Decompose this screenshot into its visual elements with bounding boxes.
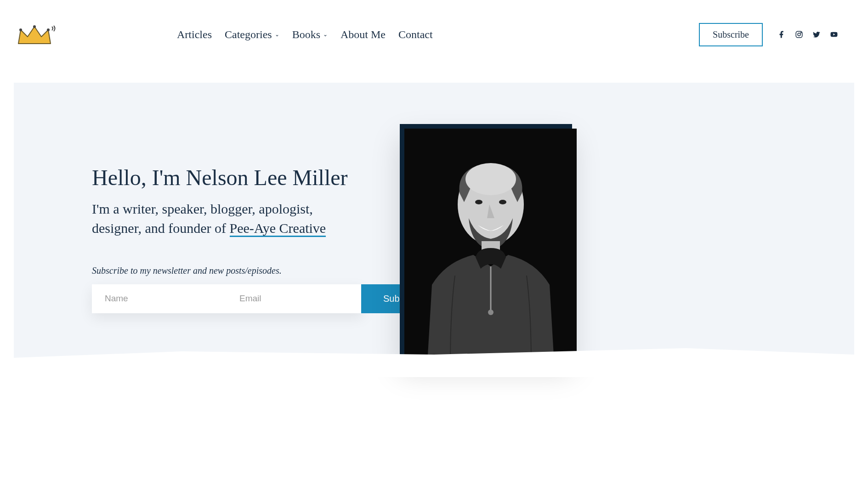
svg-point-8 [465, 163, 516, 195]
nav-label: About Me [340, 28, 386, 41]
svg-point-9 [475, 200, 482, 204]
chevron-down-icon: ⌄ [323, 31, 328, 38]
subscribe-button[interactable]: Subscribe [699, 23, 763, 46]
portrait-frame [400, 124, 572, 358]
nav-books[interactable]: Books ⌄ [292, 28, 328, 41]
hero-section: Hello, I'm Nelson Lee Miller I'm a write… [14, 83, 854, 377]
nav-articles[interactable]: Articles [177, 28, 212, 41]
svg-point-2 [47, 28, 50, 31]
nav-label: Books [292, 28, 320, 41]
newsletter-form: Subscribe [92, 284, 363, 313]
svg-point-10 [499, 200, 506, 204]
site-header: Articles Categories ⌄ Books ⌄ About Me C… [0, 0, 868, 69]
chevron-down-icon: ⌄ [275, 31, 279, 38]
portrait-image [404, 129, 577, 363]
svg-point-4 [798, 33, 800, 36]
svg-point-1 [33, 25, 36, 28]
nav-contact[interactable]: Contact [398, 28, 433, 41]
instagram-icon[interactable] [795, 30, 803, 39]
hero-section-wrap: Hello, I'm Nelson Lee Miller I'm a write… [0, 69, 868, 377]
social-links [777, 30, 838, 39]
logo[interactable] [11, 18, 57, 51]
hero-content: Hello, I'm Nelson Lee Miller I'm a write… [92, 165, 363, 313]
newsletter-label: Subscribe to my newsletter and new posts… [92, 265, 363, 276]
svg-point-12 [488, 310, 494, 315]
svg-point-5 [800, 32, 801, 33]
twitter-icon[interactable] [812, 30, 821, 39]
hero-portrait-wrap [400, 119, 572, 358]
name-input[interactable] [92, 284, 227, 313]
svg-point-0 [19, 28, 22, 31]
header-right: Subscribe [699, 23, 857, 46]
hero-subtitle-link[interactable]: Pee-Aye Creative [230, 220, 326, 237]
below-hero-space [0, 377, 868, 496]
facebook-icon[interactable] [777, 30, 786, 39]
email-input[interactable] [227, 284, 361, 313]
nav-label: Articles [177, 28, 212, 41]
hero-subtitle: I'm a writer, speaker, blogger, apologis… [92, 199, 363, 238]
main-nav: Articles Categories ⌄ Books ⌄ About Me C… [177, 28, 699, 41]
nav-categories[interactable]: Categories ⌄ [225, 28, 279, 41]
youtube-icon[interactable] [830, 30, 838, 39]
nav-label: Contact [398, 28, 433, 41]
nav-label: Categories [225, 28, 272, 41]
hero-title: Hello, I'm Nelson Lee Miller [92, 165, 363, 190]
nav-about[interactable]: About Me [340, 28, 386, 41]
